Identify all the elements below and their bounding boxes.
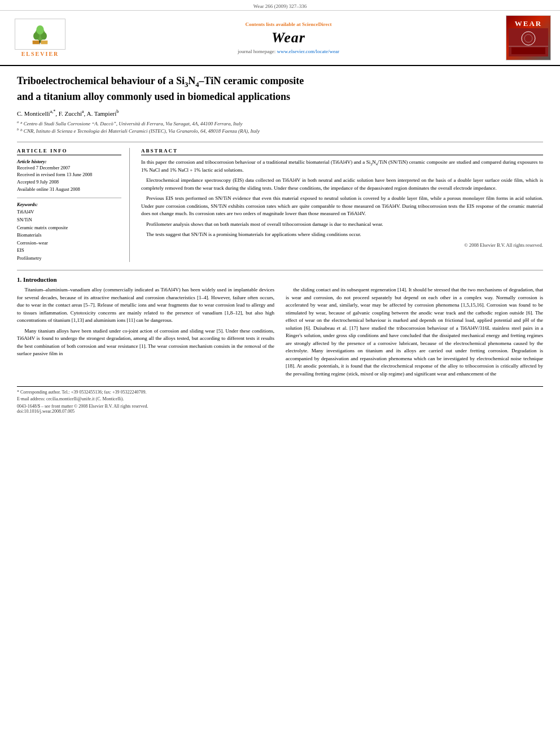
divider-2 (17, 270, 543, 270)
abstract-text: In this paper the corrosion and tribocor… (141, 159, 543, 239)
affiliations: a ᵃ Centro di Studi Sulla Corrosione “A.… (17, 120, 543, 135)
abstract-para-1: In this paper the corrosion and tribocor… (141, 159, 543, 174)
svg-point-4 (36, 25, 43, 34)
article-title: Triboelectrochemical behaviour of a Si3N… (17, 74, 543, 103)
journal-cover-image: WEAR (506, 15, 551, 60)
history-label: Article history: (17, 159, 121, 164)
article-history: Article history: Received 7 December 200… (17, 159, 121, 193)
corresponding-author: * Corresponding author. Tel.: +39 053245… (17, 389, 543, 396)
divider (17, 142, 543, 142)
main-content: Triboelectrochemical behaviour of a Si3N… (0, 66, 560, 420)
intro-body: Titanium–aluminium–vanadium alloy (comme… (17, 286, 543, 381)
abstract-para-2: Electrochemical impedance spectroscopy (… (141, 177, 543, 192)
affiliation-a: a ᵃ Centro di Studi Sulla Corrosione “A.… (17, 120, 543, 128)
science-direct-bar: Contents lists available at ScienceDirec… (246, 21, 332, 27)
svg-rect-5 (33, 40, 40, 44)
journal-title: Wear (272, 29, 305, 46)
intro-p1: Titanium–aluminium–vanadium alloy (comme… (17, 286, 274, 325)
info-abstract-section: ARTICLE INFO Article history: Received 7… (17, 148, 543, 263)
abstract-header: ABSTRACT (141, 148, 543, 155)
homepage-link[interactable]: www.elsevier.com/locate/wear (277, 49, 339, 54)
keyword-ti6al4v: Ti6Al4V (17, 208, 121, 216)
authors: C. Monticellia,*, F. Zucchia, A. Tampier… (17, 109, 543, 117)
intro-p3: the sliding contact and its subsequent r… (286, 286, 543, 378)
article-info-header: ARTICLE INFO (17, 148, 121, 155)
journal-center-section: Contents lists available at ScienceDirec… (77, 21, 500, 54)
footnote-area: * Corresponding author. Tel.: +39 053245… (17, 386, 543, 403)
journal-citation: Wear 266 (2009) 327–336 (0, 0, 560, 11)
citation-text: Wear 266 (2009) 327–336 (253, 3, 307, 9)
keyword-profilometry: Profilometry (17, 255, 121, 263)
abstract-para-4: Profilometer analysis shows that on both… (141, 221, 543, 229)
abstract-para-5: The tests suggest that SN/TiN is a promi… (141, 231, 543, 239)
svg-rect-6 (41, 40, 47, 44)
history-dates: Received 7 December 2007 Received in rev… (17, 164, 121, 193)
article-info-column: ARTICLE INFO Article history: Received 7… (17, 148, 130, 263)
journal-homepage: journal homepage: www.elsevier.com/locat… (238, 49, 339, 54)
keyword-sntin: SN/TiN (17, 216, 121, 224)
divider-small (17, 198, 121, 198)
section-intro-title: 1. Introduction (17, 276, 543, 283)
doi-line: 0043-1648/$ – see front matter © 2008 El… (17, 404, 543, 414)
elsevier-label: ELSEVIER (21, 51, 59, 57)
keyword-biomaterials: Biomaterials (17, 231, 121, 239)
keyword-ceramic: Ceramic matrix composite (17, 224, 121, 232)
keyword-eis: EIS (17, 247, 121, 255)
intro-p2: Many titanium alloys have been studied u… (17, 327, 274, 358)
keywords-label: Keywords: (17, 201, 121, 209)
keyword-corrosion: Corrosion–wear (17, 239, 121, 247)
svg-rect-12 (511, 47, 545, 54)
intro-right-col: the sliding contact and its subsequent r… (286, 286, 543, 381)
abstract-column: ABSTRACT In this paper the corrosion and… (141, 148, 543, 263)
affiliation-b: b ᵇ CNR, Istituto di Scienza e Tecnologi… (17, 127, 543, 135)
email-footnote: E-mail address: cecilia.monticelli@unife… (17, 396, 543, 403)
intro-left-col: Titanium–aluminium–vanadium alloy (comme… (17, 286, 274, 381)
copyright-line: © 2008 Elsevier B.V. All rights reserved… (141, 242, 543, 248)
journal-header: ELSEVIER Contents lists available at Sci… (0, 11, 560, 66)
abstract-para-3: Previous EIS tests performed on SN/TiN e… (141, 195, 543, 218)
elsevier-logo: ELSEVIER (9, 19, 71, 57)
keywords-section: Keywords: Ti6Al4V SN/TiN Ceramic matrix … (17, 201, 121, 263)
